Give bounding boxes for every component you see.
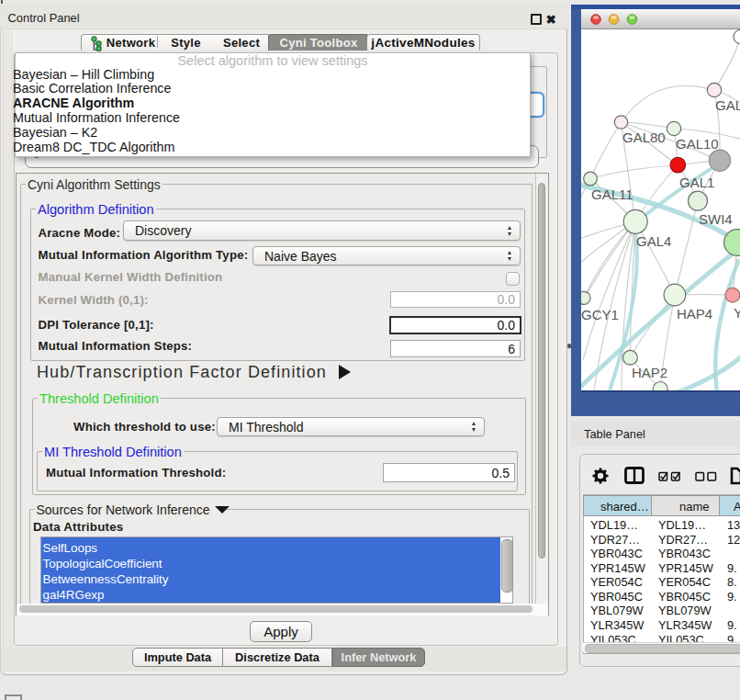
svg-text:GAL4: GAL4 — [636, 233, 671, 249]
svg-text:GAL10: GAL10 — [676, 136, 719, 152]
svg-text:Y: Y — [734, 305, 740, 321]
svg-text:GAL11: GAL11 — [591, 186, 633, 202]
svg-text:GCY1: GCY1 — [581, 307, 619, 322]
svg-text:GAL80: GAL80 — [622, 130, 666, 145]
svg-text:HAP2: HAP2 — [632, 365, 667, 380]
svg-text:GAL: GAL — [715, 97, 740, 113]
svg-text:HAP4: HAP4 — [677, 306, 712, 322]
svg-text:SWI4: SWI4 — [699, 211, 733, 227]
svg-text:GAL1: GAL1 — [679, 175, 714, 190]
